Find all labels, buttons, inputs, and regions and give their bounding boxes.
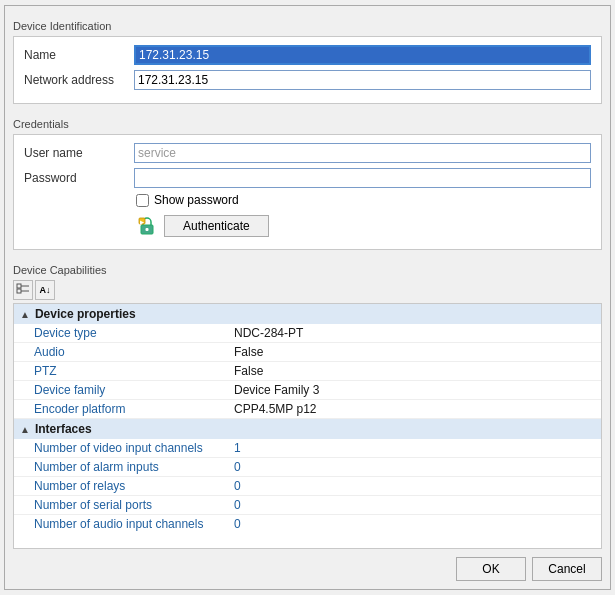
main-dialog: Device Identification Name Network addre… — [4, 5, 611, 590]
network-address-row: Network address — [24, 70, 591, 90]
table-row: PTZ False — [14, 362, 601, 381]
show-password-checkbox[interactable] — [136, 194, 149, 207]
username-label: User name — [24, 146, 134, 160]
table-row: Device type NDC-284-PT — [14, 324, 601, 343]
device-type-label: Device type — [34, 326, 234, 340]
device-capabilities-section: Device Capabilities A↓ ▲ Device properti… — [13, 258, 602, 549]
table-row: Number of serial ports 0 — [14, 496, 601, 515]
ok-button[interactable]: OK — [456, 557, 526, 581]
encoder-platform-label: Encoder platform — [34, 402, 234, 416]
table-row: Number of audio input channels 0 — [14, 515, 601, 533]
device-capabilities-label: Device Capabilities — [13, 264, 602, 276]
device-properties-header: ▲ Device properties — [14, 304, 601, 324]
authenticate-button[interactable]: Authenticate — [164, 215, 269, 237]
tree-view-button[interactable] — [13, 280, 33, 300]
credentials-section: User name Password Show password ▶ Authe… — [13, 134, 602, 250]
network-address-label: Network address — [24, 73, 134, 87]
interfaces-collapse-triangle: ▲ — [20, 424, 30, 435]
ptz-value: False — [234, 364, 263, 378]
device-type-value: NDC-284-PT — [234, 326, 303, 340]
device-identification-section: Name Network address — [13, 36, 602, 104]
relays-label: Number of relays — [34, 479, 234, 493]
footer: OK Cancel — [13, 557, 602, 581]
device-family-value: Device Family 3 — [234, 383, 319, 397]
encoder-platform-value: CPP4.5MP p12 — [234, 402, 317, 416]
interfaces-label: Interfaces — [35, 422, 92, 436]
capabilities-table: ▲ Device properties Device type NDC-284-… — [13, 303, 602, 549]
table-row: Number of video input channels 1 — [14, 439, 601, 458]
credentials-label: Credentials — [13, 118, 602, 130]
table-row: Device family Device Family 3 — [14, 381, 601, 400]
audio-value: False — [234, 345, 263, 359]
password-label: Password — [24, 171, 134, 185]
capabilities-toolbar: A↓ — [13, 280, 602, 300]
device-properties-label: Device properties — [35, 307, 136, 321]
name-input[interactable] — [134, 45, 591, 65]
username-input[interactable] — [134, 143, 591, 163]
name-row: Name — [24, 45, 591, 65]
table-row: Encoder platform CPP4.5MP p12 — [14, 400, 601, 419]
audio-channels-value: 0 — [234, 517, 241, 531]
alarm-inputs-label: Number of alarm inputs — [34, 460, 234, 474]
table-row: Audio False — [14, 343, 601, 362]
table-row: Number of relays 0 — [14, 477, 601, 496]
sort-button[interactable]: A↓ — [35, 280, 55, 300]
show-password-row: Show password — [136, 193, 591, 207]
svg-rect-1 — [146, 228, 149, 231]
alarm-inputs-value: 0 — [234, 460, 241, 474]
name-label: Name — [24, 48, 134, 62]
ptz-label: PTZ — [34, 364, 234, 378]
serial-ports-value: 0 — [234, 498, 241, 512]
password-row: Password — [24, 168, 591, 188]
video-channels-label: Number of video input channels — [34, 441, 234, 455]
collapse-triangle: ▲ — [20, 309, 30, 320]
authenticate-row: ▶ Authenticate — [136, 215, 591, 237]
device-identification-label: Device Identification — [13, 20, 602, 32]
username-row: User name — [24, 143, 591, 163]
serial-ports-label: Number of serial ports — [34, 498, 234, 512]
cancel-button[interactable]: Cancel — [532, 557, 602, 581]
svg-rect-4 — [17, 284, 21, 288]
relays-value: 0 — [234, 479, 241, 493]
lock-icon: ▶ — [136, 216, 158, 236]
show-password-label: Show password — [154, 193, 239, 207]
table-row: Number of alarm inputs 0 — [14, 458, 601, 477]
interfaces-header: ▲ Interfaces — [14, 419, 601, 439]
video-channels-value: 1 — [234, 441, 241, 455]
audio-label: Audio — [34, 345, 234, 359]
audio-channels-label: Number of audio input channels — [34, 517, 234, 531]
svg-rect-6 — [17, 289, 21, 293]
network-address-input[interactable] — [134, 70, 591, 90]
password-input[interactable] — [134, 168, 591, 188]
device-family-label: Device family — [34, 383, 234, 397]
